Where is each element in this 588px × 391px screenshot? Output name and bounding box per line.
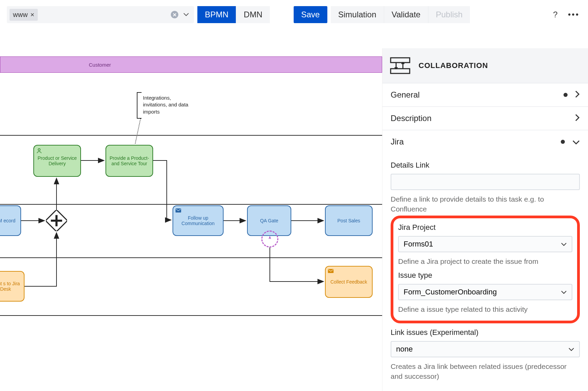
chevron-down-icon [561, 240, 567, 249]
jira-project-help: Define a Jira project to create the issu… [398, 256, 572, 266]
section-label: Jira [391, 137, 404, 147]
issue-type-label: Issue type [398, 271, 572, 280]
publish-button[interactable]: Publish [428, 6, 470, 23]
node-crm[interactable]: te CRM ecord [0, 205, 21, 236]
mail-icon [175, 208, 181, 213]
validate-button[interactable]: Validate [384, 6, 428, 23]
tab-bpmn[interactable]: BPMN [197, 6, 236, 23]
chevron-down-icon [572, 136, 580, 147]
chevron-down-icon[interactable] [181, 13, 191, 16]
section-description[interactable]: Description [382, 107, 588, 130]
more-menu-icon[interactable]: ••• [566, 6, 581, 23]
tag-label: www [13, 11, 28, 19]
jira-project-select[interactable]: Forms01 [398, 236, 572, 252]
svg-point-0 [38, 149, 40, 151]
section-label: Description [391, 114, 431, 123]
pool-label: Customer [89, 62, 111, 68]
link-issues-select[interactable]: none [391, 341, 580, 357]
tag-www[interactable]: www [10, 9, 38, 21]
lane-line-4 [0, 315, 382, 316]
help-button[interactable]: ? [548, 6, 563, 23]
node-followup[interactable]: Follow up Communication [173, 205, 224, 236]
node-post-sales[interactable]: Post Sales [325, 205, 373, 236]
lane-line-1 [0, 135, 382, 136]
svg-rect-10 [391, 58, 410, 63]
details-link-input[interactable] [391, 174, 580, 190]
collaboration-icon [390, 57, 410, 74]
section-label: General [391, 90, 420, 100]
node-label: QA Gate [260, 218, 278, 223]
jira-section-body: Details Link Define a link to provide de… [382, 153, 588, 385]
main: Customer Integrations, invitations, and … [0, 48, 588, 391]
simulation-button[interactable]: Simulation [331, 6, 384, 23]
annotation-bracket [137, 92, 142, 119]
diagram-type-tabs: BPMN DMN [197, 6, 270, 23]
select-value: Form_CustomerOnboarding [404, 288, 497, 296]
node-label: Post Sales [338, 218, 360, 223]
details-link-help: Define a link to provide details to this… [391, 194, 580, 214]
issue-type-help: Define a issue type related to this acti… [398, 304, 572, 314]
svg-rect-11 [391, 69, 410, 73]
node-product-delivery[interactable]: Product or Service Delivery [33, 145, 81, 177]
tab-dmn[interactable]: DMN [236, 6, 270, 23]
link-issues-label: Link issues (Experimental) [391, 328, 580, 337]
node-label: Collect Feedback [330, 279, 367, 285]
chevron-right-icon [575, 113, 580, 124]
status-dot-icon [564, 93, 568, 97]
bpmn-canvas[interactable]: Customer Integrations, invitations, and … [0, 48, 382, 391]
section-jira[interactable]: Jira [382, 130, 588, 153]
toolbar: www ✕ BPMN DMN Save Simulation Validate … [0, 0, 588, 31]
jira-project-label: Jira Project [398, 223, 572, 232]
chevron-down-icon [568, 345, 574, 354]
section-general[interactable]: General [382, 83, 588, 107]
node-label: te CRM ecord [0, 218, 15, 223]
action-tabs: Simulation Validate Publish [331, 6, 470, 23]
clear-icon[interactable]: ✕ [171, 11, 178, 18]
annotation-text: Integrations, invitations, and data impo… [143, 95, 194, 115]
link-issues-help: Creates a Jira link between related issu… [391, 361, 580, 381]
gateway-parallel[interactable] [46, 210, 67, 231]
panel-title: COLLABORATION [419, 61, 488, 70]
mail-icon [328, 269, 334, 273]
node-label: Follow up Communication [175, 215, 221, 226]
annotation-connector [135, 119, 141, 144]
lane-line-2 [0, 204, 382, 205]
lane-line-3 [0, 257, 382, 258]
save-button[interactable]: Save [294, 6, 327, 23]
status-dot-icon [561, 140, 565, 144]
highlight-annotation: Jira Project Forms01 Define a Jira proje… [391, 216, 580, 323]
panel-header: COLLABORATION [382, 48, 588, 83]
select-value: none [396, 345, 413, 354]
tag-input[interactable]: www ✕ [7, 6, 194, 23]
details-link-label: Details Link [391, 161, 580, 170]
select-value: Forms01 [404, 240, 433, 249]
chevron-right-icon [575, 89, 580, 100]
pool-customer[interactable]: Customer [0, 56, 382, 73]
compass-icon[interactable] [261, 231, 278, 248]
node-label: Provide a Product- and Service Tour [108, 155, 150, 166]
node-jira-desk[interactable]: relevant s to Jira ce Desk [0, 271, 24, 302]
node-product-tour[interactable]: Provide a Product- and Service Tour [105, 145, 153, 177]
issue-type-select[interactable]: Form_CustomerOnboarding [398, 284, 572, 300]
side-panel: COLLABORATION General Description Jira [382, 48, 588, 391]
tag-remove-icon[interactable] [30, 11, 34, 19]
node-collect-feedback[interactable]: Collect Feedback [325, 266, 373, 298]
node-label: relevant s to Jira ce Desk [0, 281, 22, 292]
chevron-down-icon [561, 288, 567, 296]
node-label: Product or Service Delivery [36, 155, 78, 166]
user-icon [36, 148, 42, 154]
